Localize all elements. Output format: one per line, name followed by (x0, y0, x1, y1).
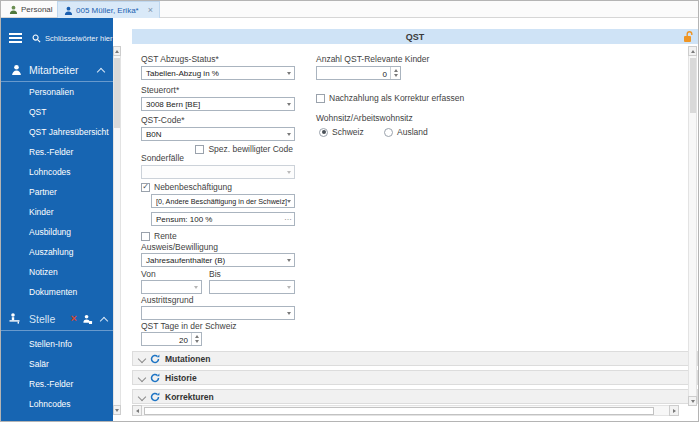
radio-label: Schweiz (332, 127, 364, 137)
sidebar-scroll-up-icon[interactable] (113, 46, 121, 56)
nebenbeschaeftigung-checkbox-row: ✓ Nebenbeschäftigung (141, 182, 232, 192)
sidebar-scroll-down-icon[interactable] (113, 405, 121, 415)
content-scroll-down-icon[interactable] (688, 396, 697, 406)
content-hscrollbar-thumb[interactable] (144, 407, 654, 415)
ausweis-select[interactable]: Jahresaufenthalter (B) (141, 253, 295, 267)
sidebar-item-notizen[interactable]: Notizen (29, 267, 58, 277)
tab-label: Personal (21, 5, 53, 14)
austrittsgrund-select[interactable] (141, 306, 295, 320)
field-label: Bis (209, 269, 221, 279)
chevron-down-icon (287, 259, 291, 262)
refresh-icon[interactable] (150, 373, 160, 383)
person-list-icon (9, 5, 18, 14)
hamburger-menu-icon[interactable] (9, 33, 22, 43)
refresh-icon[interactable] (150, 354, 160, 364)
refresh-icon[interactable] (150, 392, 160, 402)
spin-up-icon[interactable] (195, 335, 199, 338)
content-scroll-up-icon[interactable] (688, 46, 697, 56)
person-settings-icon[interactable] (82, 314, 93, 325)
nebenbeschaeftigung-art-select[interactable]: [0, Andere Beschäftigung in der Schweiz] (151, 194, 295, 208)
rente-checkbox-row: Rente (141, 231, 177, 241)
sidebar-item-res-felder[interactable]: Res.-Felder (29, 147, 73, 157)
chevron-down-icon (287, 286, 291, 289)
chevron-down-icon (287, 72, 291, 75)
field-label: QST Abzugs-Status* (141, 54, 219, 64)
chevron-down-icon (287, 133, 291, 136)
remove-icon[interactable]: × (71, 313, 77, 324)
nachzahlung-checkbox-row: Nachzahlung als Korrektur erfassen (316, 93, 464, 103)
content-scroll-left-icon[interactable] (132, 405, 142, 416)
chevron-down-icon (138, 354, 146, 362)
chevron-up-icon (97, 68, 105, 76)
section-label: Stelle (29, 313, 55, 325)
ausland-radio[interactable] (384, 128, 393, 137)
nachzahlung-checkbox[interactable] (316, 94, 325, 103)
sidebar-scrollbar-thumb[interactable] (114, 58, 120, 128)
sidebar-item-qst[interactable]: QST (29, 107, 46, 117)
qst-tage-spinner[interactable]: 20 (141, 332, 202, 346)
spin-down-icon[interactable] (394, 74, 398, 77)
selected-value: Tabellen-Abzug in % (146, 69, 219, 78)
page-title: QST (406, 32, 425, 42)
checkbox-label: Nebenbeschäftigung (154, 182, 232, 192)
abzugs-status-select[interactable]: Tabellen-Abzug in % (141, 66, 295, 80)
rente-checkbox[interactable] (141, 232, 150, 241)
search-input[interactable] (45, 34, 113, 43)
spin-up-icon[interactable] (394, 69, 398, 72)
sidebar-item-lohncodes[interactable]: Lohncodes (29, 167, 71, 177)
sidebar: Mitarbeiter Personalien QST QST Jahresüb… (1, 18, 113, 421)
accordion-label: Korrekturen (165, 392, 214, 402)
workstation-icon (9, 313, 21, 324)
selected-value: B0N (146, 130, 162, 139)
ellipsis-button[interactable]: … (284, 213, 292, 222)
accordion-historie[interactable]: Historie (132, 370, 698, 385)
sidebar-item-res-felder-stelle[interactable]: Res.-Felder (29, 379, 73, 389)
field-label: Austrittsgrund (141, 295, 193, 305)
selected-value: [0, Andere Beschäftigung in der Schweiz] (156, 197, 287, 206)
spez-code-checkbox[interactable] (195, 145, 204, 154)
chevron-up-icon (100, 317, 108, 325)
sidebar-section-mitarbeiter[interactable]: Mitarbeiter (1, 58, 113, 82)
close-tab-icon[interactable]: × (148, 6, 153, 15)
sidebar-item-salaer[interactable]: Salär (29, 359, 49, 369)
content-vscrollbar-thumb[interactable] (690, 58, 696, 113)
steuerort-select[interactable]: 3008 Bern [BE] (141, 97, 295, 111)
sidebar-item-ausbildung[interactable]: Ausbildung (29, 227, 71, 237)
accordion-mutationen[interactable]: Mutationen (132, 351, 698, 366)
field-label: QST Tage in der Schweiz (141, 321, 237, 331)
field-label: Sonderfälle (141, 153, 184, 163)
sidebar-item-personalien[interactable]: Personalien (29, 87, 74, 97)
field-value: 20 (179, 336, 188, 345)
tab-employee-mueller[interactable]: 005 Müller, Erika* × (57, 1, 160, 18)
nebenbeschaeftigung-checkbox[interactable]: ✓ (141, 183, 150, 192)
chevron-down-icon (287, 200, 291, 203)
sidebar-item-qst-jahresuebersicht[interactable]: QST Jahresübersicht (29, 127, 109, 137)
sidebar-item-dokumenten[interactable]: Dokumenten (29, 287, 77, 297)
chevron-down-icon (194, 286, 198, 289)
field-label: Wohnsitz/Arbeitswohnsitz (316, 113, 413, 123)
unlock-icon[interactable] (683, 31, 694, 43)
accordion-korrekturen[interactable]: Korrekturen (132, 389, 698, 404)
pensum-field[interactable]: Pensum: 100 % … (151, 212, 295, 226)
spin-down-icon[interactable] (195, 340, 199, 343)
sidebar-section-stelle[interactable]: Stelle × (1, 307, 113, 331)
panel-title-bar: QST (132, 29, 698, 44)
field-value: 0 (383, 70, 387, 79)
sidebar-item-kinder[interactable]: Kinder (29, 207, 54, 217)
sidebar-item-stellen-info[interactable]: Stellen-Info (29, 339, 72, 349)
tab-label: 005 Müller, Erika* (76, 6, 139, 15)
von-date-field[interactable] (141, 280, 202, 294)
bis-date-field[interactable] (209, 280, 295, 294)
schweiz-radio[interactable] (319, 128, 328, 137)
tab-personal[interactable]: Personal (3, 1, 59, 18)
sidebar-item-partner[interactable]: Partner (29, 187, 57, 197)
qst-code-select[interactable]: B0N (141, 127, 295, 141)
checkbox-label: Rente (154, 231, 177, 241)
sidebar-item-auszahlung[interactable]: Auszahlung (29, 247, 73, 257)
field-value: Pensum: 100 % (156, 215, 212, 224)
field-label: Anzahl QST-Relevante Kinder (316, 54, 429, 64)
content-scroll-right-icon[interactable] (669, 405, 679, 416)
kinder-spinner[interactable]: 0 (316, 66, 401, 80)
sonderfaelle-select[interactable] (141, 165, 295, 179)
sidebar-item-lohncodes-stelle[interactable]: Lohncodes (29, 399, 71, 409)
